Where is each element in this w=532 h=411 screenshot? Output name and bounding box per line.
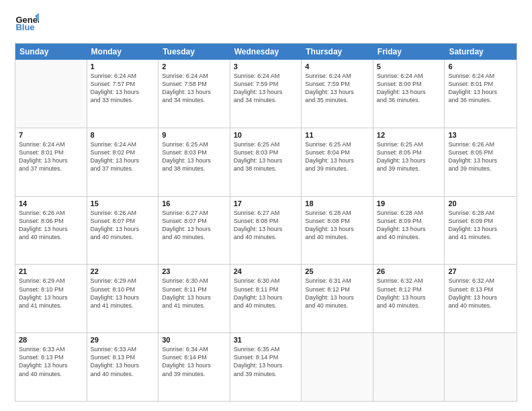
- calendar-cell-empty-4-4: [302, 333, 373, 401]
- calendar-header: SundayMondayTuesdayWednesdayThursdayFrid…: [15, 44, 517, 60]
- page: General Blue SundayMondayTuesdayWednesda…: [0, 0, 532, 411]
- calendar-row-5: 28Sunrise: 6:33 AM Sunset: 8:13 PM Dayli…: [15, 333, 517, 401]
- cell-info: Sunrise: 6:24 AM Sunset: 7:59 PM Dayligh…: [234, 72, 298, 105]
- calendar-row-3: 14Sunrise: 6:26 AM Sunset: 8:06 PM Dayli…: [15, 197, 517, 265]
- cell-day-number: 11: [305, 131, 369, 139]
- cell-info: Sunrise: 6:24 AM Sunset: 7:58 PM Dayligh…: [162, 72, 226, 105]
- calendar-cell-18: 18Sunrise: 6:28 AM Sunset: 8:08 PM Dayli…: [302, 197, 373, 265]
- cell-day-number: 20: [448, 199, 513, 208]
- cell-day-number: 23: [162, 267, 226, 275]
- cell-day-number: 10: [234, 131, 298, 139]
- cell-info: Sunrise: 6:28 AM Sunset: 8:08 PM Dayligh…: [305, 209, 369, 242]
- cell-day-number: 17: [234, 199, 298, 208]
- cell-day-number: 29: [91, 336, 155, 344]
- cell-day-number: 16: [162, 199, 226, 208]
- cell-info: Sunrise: 6:25 AM Sunset: 8:03 PM Dayligh…: [234, 140, 298, 173]
- calendar: SundayMondayTuesdayWednesdayThursdayFrid…: [15, 43, 517, 402]
- cell-day-number: 3: [234, 62, 298, 71]
- cell-info: Sunrise: 6:24 AM Sunset: 8:00 PM Dayligh…: [377, 72, 441, 105]
- header-day-sunday: Sunday: [15, 44, 87, 60]
- calendar-cell-23: 23Sunrise: 6:30 AM Sunset: 8:11 PM Dayli…: [159, 265, 230, 332]
- cell-info: Sunrise: 6:34 AM Sunset: 8:14 PM Dayligh…: [162, 345, 226, 378]
- cell-day-number: 30: [162, 336, 226, 344]
- calendar-row-1: 1Sunrise: 6:24 AM Sunset: 7:57 PM Daylig…: [15, 60, 517, 128]
- calendar-cell-13: 13Sunrise: 6:26 AM Sunset: 8:05 PM Dayli…: [445, 128, 517, 196]
- calendar-cell-1: 1Sunrise: 6:24 AM Sunset: 7:57 PM Daylig…: [87, 60, 159, 128]
- cell-day-number: 28: [19, 336, 83, 344]
- calendar-cell-24: 24Sunrise: 6:30 AM Sunset: 8:11 PM Dayli…: [230, 265, 302, 332]
- cell-info: Sunrise: 6:24 AM Sunset: 8:01 PM Dayligh…: [19, 140, 83, 173]
- cell-info: Sunrise: 6:28 AM Sunset: 8:09 PM Dayligh…: [448, 209, 513, 242]
- header-day-saturday: Saturday: [445, 44, 517, 60]
- calendar-cell-21: 21Sunrise: 6:29 AM Sunset: 8:10 PM Dayli…: [15, 265, 87, 332]
- cell-day-number: 9: [162, 131, 226, 139]
- cell-day-number: 27: [448, 267, 513, 275]
- cell-info: Sunrise: 6:26 AM Sunset: 8:07 PM Dayligh…: [91, 209, 155, 242]
- calendar-cell-empty-4-5: [373, 333, 445, 401]
- cell-day-number: 21: [19, 267, 83, 275]
- cell-info: Sunrise: 6:26 AM Sunset: 8:06 PM Dayligh…: [19, 209, 83, 242]
- cell-info: Sunrise: 6:30 AM Sunset: 8:11 PM Dayligh…: [234, 277, 298, 310]
- calendar-row-4: 21Sunrise: 6:29 AM Sunset: 8:10 PM Dayli…: [15, 265, 517, 333]
- cell-day-number: 14: [19, 199, 83, 208]
- cell-day-number: 31: [234, 336, 298, 344]
- cell-info: Sunrise: 6:35 AM Sunset: 8:14 PM Dayligh…: [234, 345, 298, 378]
- header-day-wednesday: Wednesday: [230, 44, 302, 60]
- cell-info: Sunrise: 6:28 AM Sunset: 8:09 PM Dayligh…: [377, 209, 441, 242]
- svg-text:Blue: Blue: [15, 22, 34, 32]
- cell-info: Sunrise: 6:27 AM Sunset: 8:08 PM Dayligh…: [234, 209, 298, 242]
- cell-info: Sunrise: 6:29 AM Sunset: 8:10 PM Dayligh…: [19, 277, 83, 310]
- cell-info: Sunrise: 6:33 AM Sunset: 8:13 PM Dayligh…: [19, 345, 83, 378]
- calendar-cell-9: 9Sunrise: 6:25 AM Sunset: 8:03 PM Daylig…: [159, 128, 230, 196]
- cell-day-number: 8: [91, 131, 155, 139]
- cell-day-number: 2: [162, 62, 226, 71]
- cell-day-number: 18: [305, 199, 369, 208]
- cell-day-number: 7: [19, 131, 83, 139]
- cell-info: Sunrise: 6:32 AM Sunset: 8:13 PM Dayligh…: [448, 277, 513, 310]
- calendar-cell-15: 15Sunrise: 6:26 AM Sunset: 8:07 PM Dayli…: [87, 197, 159, 265]
- cell-info: Sunrise: 6:32 AM Sunset: 8:12 PM Dayligh…: [377, 277, 441, 310]
- calendar-cell-3: 3Sunrise: 6:24 AM Sunset: 7:59 PM Daylig…: [230, 60, 302, 128]
- cell-day-number: 13: [448, 131, 513, 139]
- calendar-cell-empty-4-6: [445, 333, 517, 401]
- header-day-thursday: Thursday: [302, 44, 373, 60]
- calendar-cell-20: 20Sunrise: 6:28 AM Sunset: 8:09 PM Dayli…: [445, 197, 517, 265]
- calendar-cell-16: 16Sunrise: 6:27 AM Sunset: 8:07 PM Dayli…: [159, 197, 230, 265]
- cell-day-number: 24: [234, 267, 298, 275]
- cell-info: Sunrise: 6:24 AM Sunset: 8:02 PM Dayligh…: [91, 140, 155, 173]
- calendar-cell-31: 31Sunrise: 6:35 AM Sunset: 8:14 PM Dayli…: [230, 333, 302, 401]
- calendar-cell-19: 19Sunrise: 6:28 AM Sunset: 8:09 PM Dayli…: [373, 197, 445, 265]
- calendar-cell-27: 27Sunrise: 6:32 AM Sunset: 8:13 PM Dayli…: [445, 265, 517, 332]
- calendar-cell-empty-0-0: [15, 60, 87, 128]
- cell-info: Sunrise: 6:24 AM Sunset: 7:57 PM Dayligh…: [91, 72, 155, 105]
- calendar-cell-29: 29Sunrise: 6:33 AM Sunset: 8:13 PM Dayli…: [87, 333, 159, 401]
- cell-info: Sunrise: 6:24 AM Sunset: 7:59 PM Dayligh…: [305, 72, 369, 105]
- cell-info: Sunrise: 6:27 AM Sunset: 8:07 PM Dayligh…: [162, 209, 226, 242]
- header-day-tuesday: Tuesday: [159, 44, 230, 60]
- header: General Blue: [15, 12, 517, 36]
- cell-day-number: 22: [91, 267, 155, 275]
- calendar-cell-2: 2Sunrise: 6:24 AM Sunset: 7:58 PM Daylig…: [159, 60, 230, 128]
- calendar-cell-6: 6Sunrise: 6:24 AM Sunset: 8:01 PM Daylig…: [445, 60, 517, 128]
- calendar-cell-8: 8Sunrise: 6:24 AM Sunset: 8:02 PM Daylig…: [87, 128, 159, 196]
- calendar-cell-12: 12Sunrise: 6:25 AM Sunset: 8:05 PM Dayli…: [373, 128, 445, 196]
- cell-info: Sunrise: 6:25 AM Sunset: 8:03 PM Dayligh…: [162, 140, 226, 173]
- cell-day-number: 15: [91, 199, 155, 208]
- calendar-cell-5: 5Sunrise: 6:24 AM Sunset: 8:00 PM Daylig…: [373, 60, 445, 128]
- calendar-cell-4: 4Sunrise: 6:24 AM Sunset: 7:59 PM Daylig…: [302, 60, 373, 128]
- calendar-cell-28: 28Sunrise: 6:33 AM Sunset: 8:13 PM Dayli…: [15, 333, 87, 401]
- calendar-cell-17: 17Sunrise: 6:27 AM Sunset: 8:08 PM Dayli…: [230, 197, 302, 265]
- calendar-cell-11: 11Sunrise: 6:25 AM Sunset: 8:04 PM Dayli…: [302, 128, 373, 196]
- calendar-body: 1Sunrise: 6:24 AM Sunset: 7:57 PM Daylig…: [15, 60, 517, 401]
- calendar-cell-25: 25Sunrise: 6:31 AM Sunset: 8:12 PM Dayli…: [302, 265, 373, 332]
- cell-info: Sunrise: 6:26 AM Sunset: 8:05 PM Dayligh…: [448, 140, 513, 173]
- cell-day-number: 5: [377, 62, 441, 71]
- cell-info: Sunrise: 6:25 AM Sunset: 8:04 PM Dayligh…: [305, 140, 369, 173]
- cell-info: Sunrise: 6:30 AM Sunset: 8:11 PM Dayligh…: [162, 277, 226, 310]
- cell-info: Sunrise: 6:25 AM Sunset: 8:05 PM Dayligh…: [377, 140, 441, 173]
- calendar-row-2: 7Sunrise: 6:24 AM Sunset: 8:01 PM Daylig…: [15, 128, 517, 197]
- header-day-friday: Friday: [373, 44, 445, 60]
- header-day-monday: Monday: [87, 44, 159, 60]
- cell-info: Sunrise: 6:31 AM Sunset: 8:12 PM Dayligh…: [305, 277, 369, 310]
- calendar-cell-22: 22Sunrise: 6:29 AM Sunset: 8:10 PM Dayli…: [87, 265, 159, 332]
